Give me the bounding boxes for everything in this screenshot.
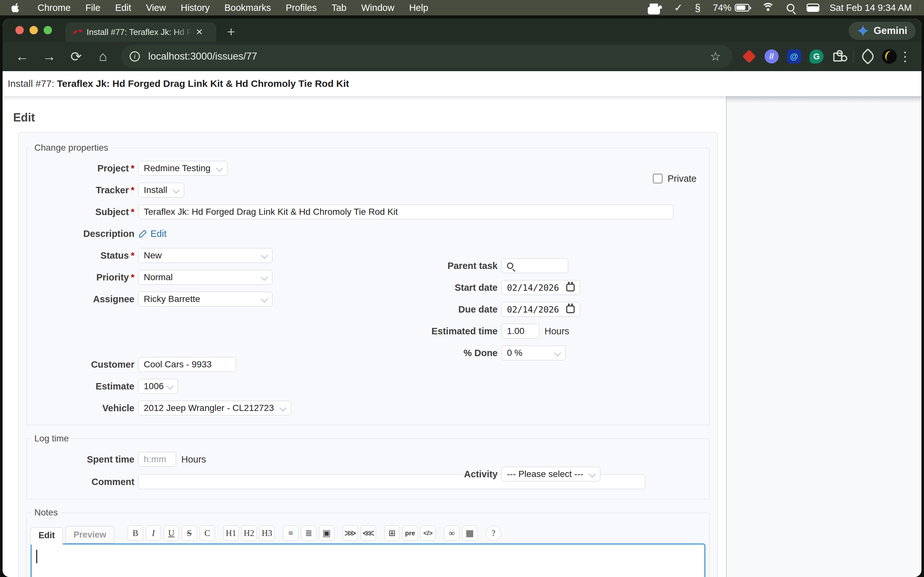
- toolbar-strikethrough-button[interactable]: S: [182, 525, 197, 541]
- start-date-row: Start date 02/14/2026: [344, 277, 723, 298]
- activity-row: Activity --- Please select ---: [344, 463, 723, 485]
- battery-saver-icon[interactable]: [860, 48, 876, 65]
- menubar-menu-item[interactable]: View: [139, 3, 173, 13]
- vehicle-select[interactable]: 2012 Jeep Wrangler - CL212723: [138, 401, 291, 416]
- tab-strip: Install #77: Teraflex Jk: Hd Fo ✕ + Gemi…: [3, 19, 921, 42]
- browser-tab[interactable]: Install #77: Teraflex Jk: Hd Fo ✕: [65, 23, 216, 42]
- extension-red-icon[interactable]: [742, 49, 756, 63]
- estimate-select[interactable]: 1006: [138, 379, 178, 394]
- toolbar-unordered-list-button[interactable]: ≡: [283, 525, 298, 541]
- toolbar-task-list-button[interactable]: ▣: [319, 525, 334, 541]
- toolbar-ordered-list-button[interactable]: ≣: [301, 525, 317, 541]
- tab-title: Install #77: Teraflex Jk: Hd Fo: [87, 27, 192, 37]
- minimize-window-button[interactable]: [29, 26, 38, 34]
- wifi-icon[interactable]: [762, 3, 774, 13]
- customer-input[interactable]: Cool Cars - 9933: [138, 357, 236, 372]
- estimated-time-row: Estimated time 1.00Hours: [344, 320, 723, 342]
- estimated-time-input[interactable]: 1.00: [501, 324, 540, 338]
- menubar-menu-item[interactable]: Help: [402, 3, 436, 13]
- extensions-puzzle-icon[interactable]: [832, 50, 845, 63]
- zoom-window-button[interactable]: [44, 26, 52, 34]
- priority-select[interactable]: Normal: [138, 270, 272, 285]
- back-button[interactable]: ←: [15, 49, 29, 64]
- menubar-menu-item[interactable]: History: [173, 3, 217, 13]
- percent-done-select[interactable]: 0 %: [501, 346, 565, 360]
- menubar-menu-item[interactable]: Chrome: [30, 3, 78, 13]
- toolbar-blockquote-outdent-button[interactable]: ⋘: [360, 525, 376, 541]
- gemini-sparkle-icon: [857, 25, 869, 37]
- toolbar-image-button[interactable]: ▦: [462, 525, 477, 541]
- start-date-input[interactable]: 02/14/2026: [501, 280, 580, 295]
- toolbar-underline-button[interactable]: U: [164, 525, 179, 541]
- main-column: Edit Change properties Project* Redmine …: [3, 96, 726, 577]
- menubar-menu-item[interactable]: Window: [354, 3, 402, 13]
- site-info-icon[interactable]: i: [129, 51, 140, 61]
- battery-indicator[interactable]: 74%: [713, 3, 750, 13]
- assignee-select[interactable]: Ricky Barrette: [138, 292, 272, 306]
- tab-close-icon[interactable]: ✕: [196, 27, 203, 37]
- toolbar-code-block-button[interactable]: </>: [420, 525, 436, 541]
- status-select[interactable]: New: [138, 248, 272, 263]
- home-button[interactable]: ⌂: [95, 49, 110, 64]
- due-date-input[interactable]: 02/14/2026: [501, 302, 580, 317]
- description-edit-link[interactable]: Edit: [138, 229, 166, 239]
- toolbar-heading-2-button[interactable]: H2: [241, 525, 257, 541]
- edit-form: Change properties Project* Redmine Testi…: [18, 132, 718, 577]
- reload-button[interactable]: ⟳: [69, 49, 83, 64]
- close-window-button[interactable]: [15, 26, 24, 34]
- new-tab-button[interactable]: +: [227, 24, 235, 40]
- toolbar-help-button[interactable]: ?: [486, 525, 501, 541]
- menubar-menu-item[interactable]: Bookmarks: [217, 3, 278, 13]
- docker-icon[interactable]: [649, 3, 662, 13]
- toolbar-heading-1-button[interactable]: H1: [223, 525, 239, 541]
- menubar-clock[interactable]: Sat Feb 14 9:34 AM: [830, 3, 912, 13]
- macos-menubar: ChromeFileEditViewHistoryBookmarksProfil…: [0, 0, 924, 15]
- apple-icon[interactable]: [11, 3, 23, 13]
- spent-time-input[interactable]: h:mm: [138, 452, 176, 467]
- toolbar-heading-3-button[interactable]: H3: [259, 525, 275, 541]
- redmine-favicon: [71, 29, 82, 35]
- toolbar-italic-button[interactable]: I: [145, 525, 161, 541]
- notes-tab-edit[interactable]: Edit: [31, 527, 63, 545]
- page-content: Install #77: Teraflex Jk: Hd Forged Drag…: [3, 71, 921, 577]
- url-text[interactable]: localhost:3000/issues/77: [148, 51, 257, 62]
- activity-select[interactable]: --- Please select ---: [501, 467, 600, 482]
- forward-button[interactable]: →: [42, 49, 57, 64]
- browser-toolbar: ← → ⟳ ⌂ i localhost:3000/issues/77 ☆ // …: [3, 42, 921, 71]
- gemini-button[interactable]: Gemini: [849, 22, 916, 40]
- window-controls[interactable]: [15, 26, 52, 34]
- badge-app-icon[interactable]: ✓: [674, 2, 683, 14]
- extension-purple-icon[interactable]: //: [764, 49, 779, 63]
- chrome-menu-icon[interactable]: ⋮: [899, 49, 911, 64]
- menubar-menu-item[interactable]: Profiles: [278, 3, 325, 13]
- extension-blue-icon[interactable]: @: [787, 49, 801, 63]
- battery-percent: 74%: [713, 3, 732, 13]
- toolbar-wiki-link-button[interactable]: ∞: [444, 525, 459, 541]
- parent-task-input[interactable]: [501, 258, 568, 273]
- toolbar-table-button[interactable]: ⊞: [384, 525, 400, 541]
- notes-tab-preview[interactable]: Preview: [65, 526, 114, 543]
- private-checkbox[interactable]: [653, 174, 662, 183]
- project-select[interactable]: Redmine Testing: [138, 161, 228, 176]
- profile-avatar[interactable]: [882, 49, 897, 64]
- spotlight-search-icon[interactable]: [787, 4, 795, 11]
- menubar-menu-item[interactable]: Edit: [108, 3, 139, 13]
- bookmark-star-icon[interactable]: ☆: [710, 49, 724, 63]
- toolbar-preformatted-button[interactable]: pre: [402, 525, 418, 541]
- toolbar-inline-code-button[interactable]: C: [200, 525, 215, 541]
- toolbar-bold-button[interactable]: B: [128, 525, 143, 541]
- toolbar-blockquote-indent-button[interactable]: ⋙: [342, 525, 358, 541]
- menubar-menu-item[interactable]: Tab: [324, 3, 354, 13]
- log-time-fieldset: Log time Spent time h:mmHours Comment Ac…: [26, 434, 710, 499]
- address-bar[interactable]: i localhost:3000/issues/77 ☆: [121, 45, 732, 68]
- parent-task-row: Parent task: [344, 255, 723, 277]
- menubar-menu-item[interactable]: File: [78, 3, 108, 13]
- notes-textarea[interactable]: [31, 543, 706, 577]
- calendar-icon[interactable]: [566, 284, 575, 292]
- control-center-icon[interactable]: [806, 3, 817, 12]
- calendar-icon[interactable]: [566, 306, 575, 313]
- grammarly-icon[interactable]: G: [809, 49, 824, 63]
- search-icon: [507, 263, 513, 269]
- tracker-select[interactable]: Install: [138, 183, 184, 197]
- squiggle-app-icon[interactable]: §: [695, 2, 701, 14]
